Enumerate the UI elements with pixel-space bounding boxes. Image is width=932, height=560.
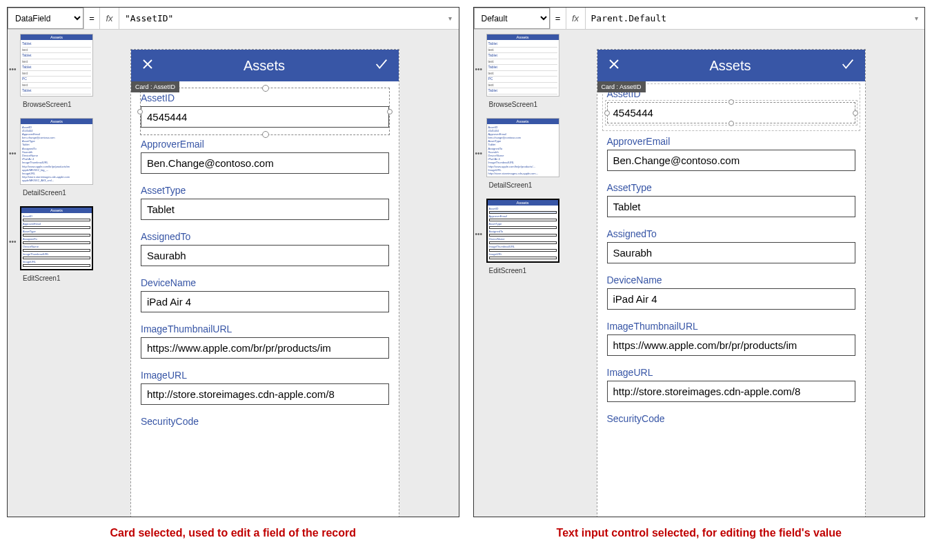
assignedto-input[interactable] — [607, 242, 855, 263]
form-body: AssetID ApproverEmail AssetType — [131, 81, 399, 443]
property-dropdown[interactable]: DataField — [8, 8, 83, 29]
field-label: AssetType — [607, 182, 855, 196]
assettype-input[interactable] — [607, 196, 855, 217]
card-imageurl[interactable]: ImageURL — [607, 363, 855, 409]
assettype-input[interactable] — [141, 199, 389, 220]
close-icon[interactable] — [141, 57, 155, 74]
formula-dropdown-icon[interactable]: ▾ — [908, 8, 924, 29]
thumb-browse[interactable]: Assets TablettextTablettextTablettextPCt… — [486, 34, 559, 97]
card-assetid[interactable]: AssetID — [140, 88, 390, 135]
field-label: DeviceName — [607, 274, 855, 288]
card-tag: Card : AssetID — [131, 81, 179, 92]
caption-right: Text input control selected, for editing… — [473, 517, 926, 542]
phone-header: Assets — [597, 50, 865, 81]
check-icon[interactable] — [840, 57, 855, 74]
devicename-input[interactable] — [141, 291, 389, 312]
thumb-label-edit: EditScreen1 — [10, 273, 93, 289]
card-assignedto[interactable]: AssignedTo — [141, 227, 389, 273]
formula-bar: DataField = fx ▾ — [8, 8, 459, 30]
phone-header: Assets — [131, 50, 399, 81]
approveremail-input[interactable] — [141, 152, 389, 174]
thumb-edit[interactable]: Assets AssetIDApproverEmailAssetTypeAssi… — [20, 206, 93, 270]
field-label: SecurityCode — [607, 413, 855, 427]
field-label: AssignedTo — [607, 228, 855, 242]
card-assignedto[interactable]: AssignedTo — [607, 224, 855, 270]
card-imageurl[interactable]: ImageURL — [141, 366, 389, 412]
devicename-input[interactable] — [607, 288, 855, 310]
thumb-detail[interactable]: Assets AssetID4545444ApproverEmailben.ch… — [486, 118, 559, 178]
phone-canvas[interactable]: Assets Card : AssetID AssetID — [597, 49, 866, 517]
field-label: AssignedTo — [141, 231, 389, 245]
formula-input[interactable] — [586, 8, 909, 29]
phone-title: Assets — [244, 58, 285, 74]
imagethumburl-input[interactable] — [141, 337, 389, 359]
more-icon[interactable]: ••• — [9, 66, 17, 73]
thumb-detail[interactable]: Assets AssetID4545444ApproverEmailben.ch… — [20, 118, 93, 185]
card-approveremail[interactable]: ApproverEmail — [607, 126, 855, 178]
panel-card-selected: DataField = fx ▾ ••• Assets TablettextTa… — [7, 7, 459, 542]
imageurl-input[interactable] — [607, 381, 855, 402]
card-tag: Card : AssetID — [597, 81, 646, 92]
card-assettype[interactable]: AssetType — [607, 178, 855, 224]
check-icon[interactable] — [374, 57, 389, 74]
thumb-label-edit: EditScreen1 — [477, 266, 559, 281]
more-icon[interactable]: ••• — [475, 150, 483, 157]
phone-canvas[interactable]: Assets Card : AssetID AssetID Approv — [130, 49, 399, 517]
thumb-label-browse: BrowseScreen1 — [477, 99, 559, 115]
close-icon[interactable] — [607, 57, 621, 74]
thumb-edit[interactable]: Assets AssetIDApproverEmailAssetTypeAssi… — [486, 199, 559, 263]
imageurl-input[interactable] — [141, 383, 389, 405]
assetid-input[interactable] — [141, 106, 389, 128]
thumb-label-browse: BrowseScreen1 — [10, 99, 93, 115]
field-label: ApproverEmail — [141, 139, 389, 152]
phone-title: Assets — [709, 58, 751, 74]
formula-bar: Default = fx ▾ — [474, 8, 925, 30]
caption-left: Card selected, used to edit a field of t… — [7, 517, 459, 542]
card-imagethumburl[interactable]: ImageThumbnailURL — [141, 319, 389, 366]
card-assettype[interactable]: AssetType — [141, 181, 389, 227]
equals-icon: = — [550, 8, 566, 29]
field-label: ImageURL — [607, 367, 855, 381]
field-label: ApproverEmail — [607, 136, 855, 150]
formula-dropdown-icon[interactable]: ▾ — [442, 8, 459, 29]
thumb-label-detail: DetailScreen1 — [477, 180, 559, 196]
equals-icon: = — [83, 8, 100, 29]
property-dropdown[interactable]: Default — [474, 8, 550, 29]
field-label: ImageThumbnailURL — [607, 321, 855, 334]
field-label: AssetID — [141, 92, 389, 106]
more-icon[interactable]: ••• — [9, 238, 17, 246]
field-label: DeviceName — [141, 277, 389, 291]
screens-thumbnail-column: ••• Assets TablettextTablettextTablettex… — [474, 30, 562, 517]
card-devicename[interactable]: DeviceName — [141, 273, 389, 319]
approveremail-input[interactable] — [607, 150, 855, 171]
card-imagethumburl[interactable]: ImageThumbnailURL — [607, 317, 855, 363]
field-label: ImageURL — [141, 370, 389, 383]
more-icon[interactable]: ••• — [475, 230, 483, 238]
thumb-browse[interactable]: Assets TablettextTablettextTablettextPCt… — [20, 34, 93, 97]
more-icon[interactable]: ••• — [9, 150, 17, 157]
imagethumburl-input[interactable] — [607, 334, 855, 356]
fx-icon: fx — [566, 8, 586, 29]
field-label: ImageThumbnailURL — [141, 323, 389, 337]
fx-icon: fx — [100, 8, 119, 29]
screens-thumbnail-column: ••• Assets TablettextTablettextTablettex… — [8, 30, 96, 517]
form-body: AssetID ApproverEmail — [597, 81, 865, 441]
field-label: AssetType — [141, 185, 389, 199]
thumb-label-detail: DetailScreen1 — [10, 188, 93, 203]
formula-input[interactable] — [119, 8, 442, 29]
card-securitycode[interactable]: SecurityCode — [607, 409, 855, 434]
field-label: SecurityCode — [141, 416, 389, 430]
card-securitycode[interactable]: SecurityCode — [141, 412, 389, 437]
more-icon[interactable]: ••• — [475, 66, 483, 73]
assignedto-input[interactable] — [141, 245, 389, 266]
card-approveremail[interactable]: ApproverEmail — [141, 134, 389, 181]
panel-input-selected: Default = fx ▾ ••• Assets TablettextTabl… — [473, 7, 926, 542]
card-devicename[interactable]: DeviceName — [607, 270, 855, 317]
